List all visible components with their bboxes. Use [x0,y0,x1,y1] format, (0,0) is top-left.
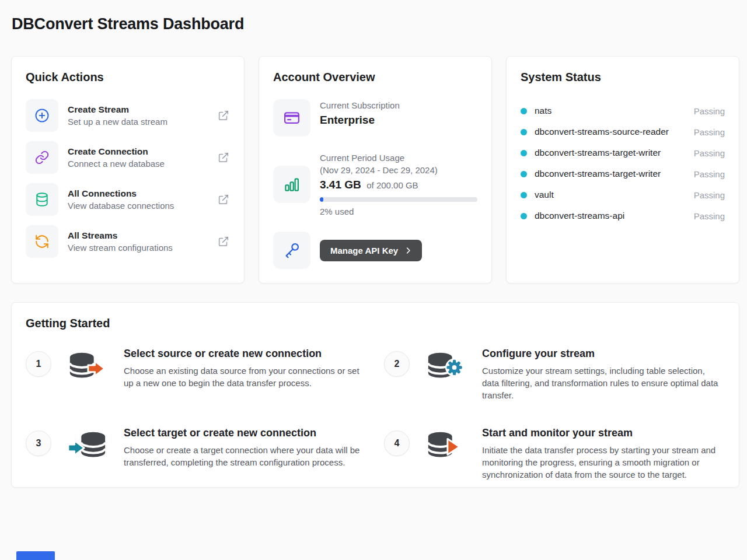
manage-api-key-label: Manage API Key [330,246,398,256]
service-status: Passing [694,148,725,158]
service-name: vault [535,190,554,200]
quick-actions-list: Create Stream Set up a new data stream C… [26,99,230,258]
service-status: Passing [694,211,725,221]
manage-api-key-button[interactable]: Manage API Key [320,240,422,261]
usage-period: (Nov 29, 2024 - Dec 29, 2024) [320,164,477,176]
service-name: dbconvert-streams-api [535,211,624,221]
status-row: vault Passing [521,184,725,205]
plus-circle-icon [34,107,50,124]
service-status: Passing [694,190,725,200]
usage-label: Current Period Usage [320,152,477,164]
status-row: dbconvert-streams-target-writer Passing [521,163,725,184]
system-status-heading: System Status [521,71,725,84]
subscription-label: Current Subscription [320,99,477,111]
step-description: Customize your stream settings, includin… [482,365,720,401]
status-dot [521,171,527,177]
quick-action-subtitle: Set up a new data stream [68,117,217,127]
refresh-icon [34,234,50,249]
step-number: 2 [384,351,410,377]
status-row: dbconvert-streams-api Passing [521,205,725,226]
step-number: 1 [26,351,51,377]
icon-square [273,232,310,269]
icon-square [273,99,310,136]
database-gear-icon [425,350,466,383]
system-status-card: System Status nats Passing dbconvert-str… [506,56,739,284]
top-cards-row: Quick Actions Create Stream Set up a new… [11,56,739,284]
step-description: Choose an existing data source from your… [124,365,362,389]
icon-square [26,183,58,216]
service-status: Passing [694,169,725,179]
service-status: Passing [694,127,725,137]
step-description: Choose or create a target connection whe… [124,444,362,468]
step-2: 2 Configure your stream Customize your s… [384,348,725,401]
icon-square [26,99,58,132]
usage-total: of 200.00 GB [366,180,418,190]
icon-square [26,225,58,258]
step-title: Start and monitor your stream [482,427,720,439]
status-row: dbconvert-streams-target-writer Passing [521,142,725,163]
quick-action-title: Create Connection [68,146,217,157]
external-link-icon[interactable] [217,151,230,164]
icon-square [26,141,58,174]
account-overview-heading: Account Overview [273,71,477,84]
api-key-block: Manage API Key [273,232,477,269]
getting-started-card: Getting Started 1 Select source or creat… [11,302,739,488]
step-title: Select target or create new connection [124,427,362,439]
status-row: nats Passing [521,100,725,121]
quick-action-create-stream[interactable]: Create Stream Set up a new data stream [26,99,230,132]
step-title: Configure your stream [482,348,720,360]
status-dot [521,213,527,219]
quick-action-create-connection[interactable]: Create Connection Connect a new database [26,141,230,174]
chevron-right-icon [404,246,413,255]
step-4: 4 Start and monitor your stream Initiate… [384,427,725,481]
service-name: dbconvert-streams-target-writer [535,148,661,158]
status-dot [521,108,527,114]
subscription-block: Current Subscription Enterprise [273,99,477,136]
status-dot [521,129,527,135]
bottom-left-blue-badge[interactable] [16,551,55,560]
database-icon [34,192,50,207]
quick-action-subtitle: View stream configurations [68,243,217,253]
usage-percent-label: 2% used [320,206,477,216]
external-link-icon[interactable] [217,235,230,248]
quick-action-title: All Connections [68,188,217,199]
subscription-value: Enterprise [320,114,477,127]
service-name: nats [535,106,551,116]
key-icon [283,242,301,259]
page-title: DBConvert Streams Dashboard [12,15,244,33]
usage-progress-fill [320,197,323,202]
usage-value: 3.41 GB [320,178,361,191]
service-name: dbconvert-streams-source-reader [535,127,669,137]
step-number: 3 [26,430,51,456]
step-1: 1 Select source or create new connection… [26,348,366,401]
step-description: Initiate the data transfer process by st… [482,444,720,481]
arrow-into-database-icon [67,429,107,462]
getting-started-grid: 1 Select source or create new connection… [26,348,725,481]
link-icon [34,150,50,165]
quick-actions-heading: Quick Actions [26,71,230,84]
getting-started-heading: Getting Started [26,317,725,330]
database-source-arrow-icon [67,350,107,383]
quick-action-subtitle: View database connections [68,201,217,211]
bar-chart-icon [283,176,301,193]
quick-action-subtitle: Connect a new database [68,159,217,169]
credit-card-icon [283,109,301,127]
account-overview-card: Account Overview Current Subscription En… [259,56,492,284]
quick-actions-card: Quick Actions Create Stream Set up a new… [11,56,245,284]
status-dot [521,150,527,156]
usage-block: Current Period Usage (Nov 29, 2024 - Dec… [273,152,477,216]
step-number: 4 [384,430,410,456]
database-play-icon [425,429,466,462]
quick-action-all-streams[interactable]: All Streams View stream configurations [26,225,230,258]
status-row: dbconvert-streams-source-reader Passing [521,121,725,142]
service-name: dbconvert-streams-target-writer [535,169,661,179]
step-title: Select source or create new connection [124,348,362,360]
external-link-icon[interactable] [217,193,230,206]
usage-progress-track [320,197,477,202]
status-dot [521,192,527,198]
external-link-icon[interactable] [217,109,230,122]
icon-square [273,166,310,203]
system-status-list: nats Passing dbconvert-streams-source-re… [521,100,725,226]
quick-action-all-connections[interactable]: All Connections View database connection… [26,183,230,216]
service-status: Passing [694,106,725,116]
